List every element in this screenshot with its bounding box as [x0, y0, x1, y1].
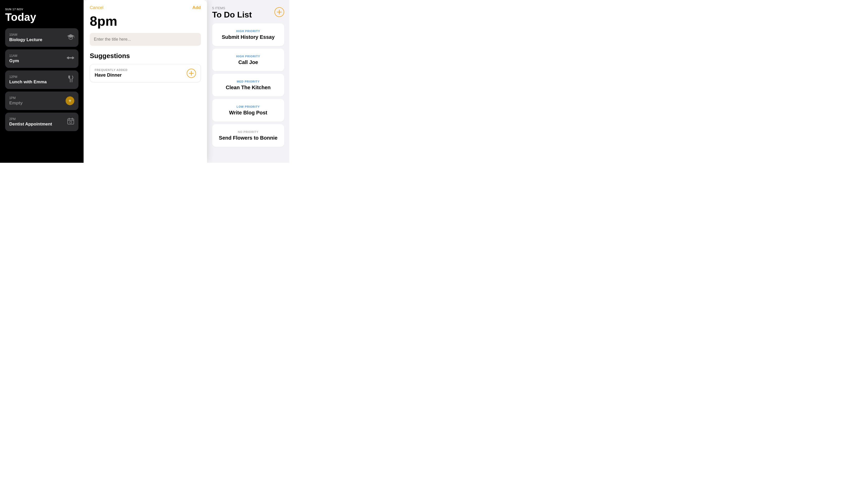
- event-card-biology[interactable]: 10AM Biology Lecture: [5, 28, 79, 47]
- modal-time: 8pm: [90, 14, 201, 28]
- event-name: Dentist Appointment: [9, 122, 52, 127]
- suggestion-info: FREQUENTLY ADDED Have Dinner: [95, 68, 128, 78]
- svg-marker-0: [67, 34, 74, 38]
- event-info: 12PM Lunch with Emma: [9, 75, 46, 85]
- modal-header: Cancel Add: [90, 5, 201, 10]
- calendar-events: 10AM Biology Lecture 11AM Gym: [5, 28, 79, 131]
- svg-rect-6: [69, 57, 72, 58]
- todo-header-left: 5 ITEMS To Do List: [212, 6, 252, 19]
- todo-item-1[interactable]: HIGH PRIORITY Submit History Essay: [212, 23, 284, 46]
- dumbbell-icon: [67, 54, 74, 63]
- todo-priority-1: HIGH PRIORITY: [236, 30, 260, 33]
- add-event-icon[interactable]: +: [66, 96, 74, 105]
- event-card-dentist[interactable]: 2PM Dentist Appointment: [5, 112, 79, 131]
- event-name: Biology Lecture: [9, 37, 42, 42]
- event-info: 1PM Empty: [9, 96, 23, 106]
- graduation-cap-icon: [67, 33, 74, 42]
- date-title: Today: [5, 12, 79, 23]
- event-time: 2PM: [9, 117, 52, 121]
- event-name: Empty: [9, 101, 23, 106]
- event-card-lunch[interactable]: 12PM Lunch with Emma: [5, 70, 79, 89]
- todo-count: 5 ITEMS: [212, 6, 252, 10]
- todo-items: HIGH PRIORITY Submit History Essay HIGH …: [212, 23, 284, 147]
- event-info: 10AM Biology Lecture: [9, 33, 42, 42]
- todo-task-2: Call Joe: [239, 59, 258, 65]
- suggestion-label: FREQUENTLY ADDED: [95, 68, 128, 71]
- todo-task-1: Submit History Essay: [222, 34, 275, 40]
- event-card-gym[interactable]: 11AM Gym: [5, 50, 79, 68]
- event-card-empty[interactable]: 1PM Empty +: [5, 92, 79, 110]
- add-button[interactable]: Add: [192, 5, 201, 10]
- event-name: Lunch with Emma: [9, 79, 46, 85]
- todo-panel: 5 ITEMS To Do List HIGH PRIORITY Submit …: [207, 0, 289, 163]
- todo-item-3[interactable]: MED PRIORITY Clean The Kitchen: [212, 74, 284, 96]
- todo-task-4: Write Blog Post: [229, 109, 268, 116]
- event-info: 2PM Dentist Appointment: [9, 117, 52, 127]
- todo-priority-4: LOW PRIORITY: [237, 105, 260, 108]
- suggestion-card[interactable]: FREQUENTLY ADDED Have Dinner: [90, 64, 201, 82]
- fork-knife-icon: [67, 75, 74, 84]
- svg-rect-4: [68, 57, 69, 59]
- todo-item-5[interactable]: NO PRIORITY Send Flowers to Bonnie: [212, 124, 284, 147]
- todo-title: To Do List: [212, 10, 252, 19]
- event-time: 11AM: [9, 54, 19, 58]
- event-time: 1PM: [9, 96, 23, 100]
- todo-add-button[interactable]: [274, 7, 284, 17]
- svg-rect-5: [72, 57, 73, 59]
- suggestions-title: Suggestions: [90, 52, 201, 60]
- event-name: Gym: [9, 58, 19, 64]
- event-time: 12PM: [9, 75, 46, 79]
- todo-priority-5: NO PRIORITY: [238, 130, 258, 133]
- todo-priority-3: MED PRIORITY: [237, 80, 259, 83]
- calendar-icon: [67, 118, 74, 126]
- todo-header: 5 ITEMS To Do List: [212, 6, 284, 19]
- todo-item-2[interactable]: HIGH PRIORITY Call Joe: [212, 48, 284, 71]
- calendar-panel: SUN 17 NOV Today 10AM Biology Lecture 11…: [0, 0, 84, 163]
- event-title-input[interactable]: [90, 33, 201, 46]
- svg-rect-13: [70, 121, 72, 123]
- add-event-modal: Cancel Add 8pm Suggestions FREQUENTLY AD…: [84, 0, 207, 163]
- todo-item-4[interactable]: LOW PRIORITY Write Blog Post: [212, 99, 284, 122]
- todo-task-5: Send Flowers to Bonnie: [219, 135, 278, 141]
- todo-task-3: Clean The Kitchen: [226, 84, 271, 91]
- suggestion-name: Have Dinner: [95, 72, 128, 78]
- cancel-button[interactable]: Cancel: [90, 5, 103, 10]
- date-subtitle: SUN 17 NOV: [5, 8, 79, 11]
- suggestion-add-button[interactable]: [187, 69, 196, 78]
- event-info: 11AM Gym: [9, 54, 19, 64]
- todo-priority-2: HIGH PRIORITY: [236, 55, 260, 58]
- event-time: 10AM: [9, 33, 42, 36]
